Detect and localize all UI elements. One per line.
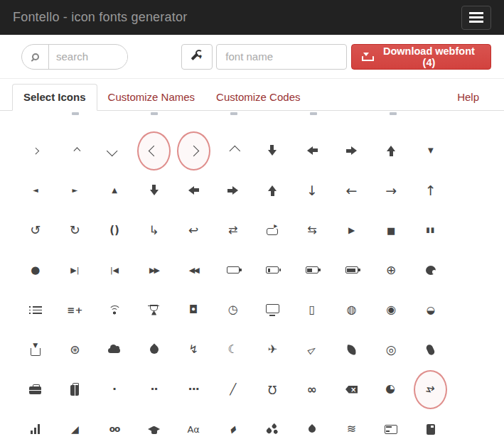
up-dir-icon[interactable]: ▲ [95, 170, 134, 210]
sphere-icon[interactable]: ◍ [332, 290, 372, 330]
videotape-icon[interactable]: ◘ [173, 290, 213, 330]
hamburger-menu-button[interactable] [461, 6, 491, 30]
paper-plane-icon[interactable]: ▻ [292, 330, 332, 369]
to-start-icon[interactable]: |◀ [95, 250, 134, 290]
suitcase-icon[interactable] [55, 369, 95, 409]
angle-up-icon[interactable] [55, 131, 95, 170]
battery-full-icon[interactable] [332, 250, 372, 290]
left-bold-icon[interactable] [292, 131, 332, 170]
chart-pie-icon[interactable]: ◕ [371, 369, 411, 409]
reply-icon[interactable]: ↩ [173, 210, 213, 250]
graduation-cap-icon[interactable] [134, 409, 174, 444]
erase-icon[interactable] [332, 369, 372, 409]
tab-customize-codes[interactable]: Customize Codes [205, 85, 311, 110]
infinity-icon[interactable]: ∞ [292, 369, 332, 409]
chevron-down-glyph [107, 145, 118, 156]
up-thin-icon[interactable]: ↑ [411, 170, 451, 210]
target-icon[interactable]: ⊕ [371, 250, 411, 290]
tab-select-icons[interactable]: Select Icons [12, 84, 97, 111]
flash-drop-icon[interactable] [134, 330, 174, 369]
bolt-icon[interactable]: ↯ [173, 330, 213, 369]
plane-icon[interactable]: ✈ [253, 330, 293, 369]
chevron-up-icon[interactable] [213, 131, 253, 170]
pause-icon[interactable]: ▮▮ [411, 210, 451, 250]
shuffle-icon[interactable]: ⇄ [213, 210, 253, 250]
voicemail-icon[interactable]: oo [95, 409, 134, 444]
left-fat-icon[interactable] [173, 170, 213, 210]
angle-up-glyph [74, 147, 80, 153]
credit-card-icon[interactable] [371, 409, 411, 444]
arrows-cw-icon[interactable]: () [95, 210, 134, 250]
down-dir-icon[interactable]: ▼ [411, 131, 451, 170]
stop-icon[interactable]: ■ [371, 210, 411, 250]
ticket-icon[interactable]: ▰ [213, 409, 253, 444]
tab-customize-names[interactable]: Customize Names [97, 85, 206, 110]
right-bold-icon[interactable] [332, 131, 372, 170]
mobile-icon[interactable]: ▯ [292, 290, 332, 330]
left-thin-icon[interactable]: ← [332, 170, 372, 210]
mouse-icon[interactable] [411, 330, 451, 369]
leaf-icon[interactable] [332, 330, 372, 369]
fast-backward-icon[interactable]: ◀◀ [173, 250, 213, 290]
chart-bar-icon[interactable] [16, 409, 55, 444]
search-box[interactable] [21, 44, 128, 70]
address-book-icon[interactable] [411, 409, 451, 444]
language-icon[interactable]: Aα [173, 409, 213, 444]
disc-icon[interactable]: ◉ [371, 290, 411, 330]
chevron-right-icon[interactable] [173, 131, 213, 170]
chevron-left-icon[interactable] [134, 131, 174, 170]
fast-forward-icon[interactable]: ▶▶ [134, 250, 174, 290]
inbox-icon[interactable]: ◒ [411, 290, 451, 330]
download-tray-icon[interactable] [16, 330, 55, 369]
history-icon[interactable]: ◷ [213, 290, 253, 330]
wifi-icon[interactable] [95, 290, 134, 330]
battery-low-icon[interactable] [253, 250, 293, 290]
up-bold-icon[interactable] [371, 131, 411, 170]
waves-icon[interactable]: ≋ [332, 409, 372, 444]
water-drops-icon[interactable] [253, 409, 293, 444]
level-down-icon[interactable]: ↳ [134, 210, 174, 250]
cw-icon[interactable]: ↻ [55, 210, 95, 250]
to-end-icon[interactable]: ▶| [55, 250, 95, 290]
down-thin-icon[interactable]: ↓ [292, 170, 332, 210]
water-drop-icon[interactable] [292, 409, 332, 444]
chart-line-icon[interactable]: ↯ [411, 369, 451, 409]
chevron-down-icon[interactable] [95, 131, 134, 170]
exchange-icon[interactable]: ⇆ [292, 210, 332, 250]
trophy-icon[interactable] [134, 290, 174, 330]
angle-right-icon[interactable] [16, 131, 55, 170]
right-thin-icon[interactable]: → [371, 170, 411, 210]
dot-icon[interactable]: · [95, 369, 134, 409]
down-fat-icon[interactable] [134, 170, 174, 210]
moon-icon[interactable]: ☾ [213, 330, 253, 369]
tab-help[interactable]: Help [446, 85, 490, 110]
search-input[interactable] [49, 50, 127, 63]
dot-2-icon[interactable]: ·· [134, 369, 174, 409]
chart-area-icon[interactable]: ◢ [55, 409, 95, 444]
lifebuoy-icon[interactable]: ◎ [371, 330, 411, 369]
battery-empty-icon[interactable] [213, 250, 253, 290]
brush-icon[interactable]: ╱ [213, 369, 253, 409]
right-dir-icon[interactable]: ► [55, 170, 95, 210]
play-icon[interactable]: ▶ [332, 210, 372, 250]
chat-filled-icon[interactable] [411, 250, 451, 290]
dot-3-icon[interactable]: ··· [173, 369, 213, 409]
loop-icon[interactable] [253, 210, 293, 250]
download-webfont-button[interactable]: Download webfont (4) [351, 44, 491, 70]
left-dir-icon[interactable]: ◄ [16, 170, 55, 210]
right-fat-icon[interactable] [213, 170, 253, 210]
record-icon[interactable]: ● [16, 250, 55, 290]
up-fat-icon[interactable] [253, 170, 293, 210]
settings-dropdown-button[interactable]: ▾ [181, 44, 213, 70]
list-bullet-icon[interactable] [16, 290, 55, 330]
monitor-icon[interactable] [253, 290, 293, 330]
cloud-icon[interactable] [95, 330, 134, 369]
globe-icon[interactable]: ⊛ [55, 330, 95, 369]
down-bold-icon[interactable] [253, 131, 293, 170]
battery-medium-icon[interactable] [292, 250, 332, 290]
font-name-input[interactable] [216, 44, 347, 70]
list-add-icon[interactable]: ≡+ [55, 290, 95, 330]
magnet-icon[interactable]: Ω [253, 369, 293, 409]
briefcase-icon[interactable] [16, 369, 55, 409]
ccw-icon[interactable]: ↺ [16, 210, 55, 250]
